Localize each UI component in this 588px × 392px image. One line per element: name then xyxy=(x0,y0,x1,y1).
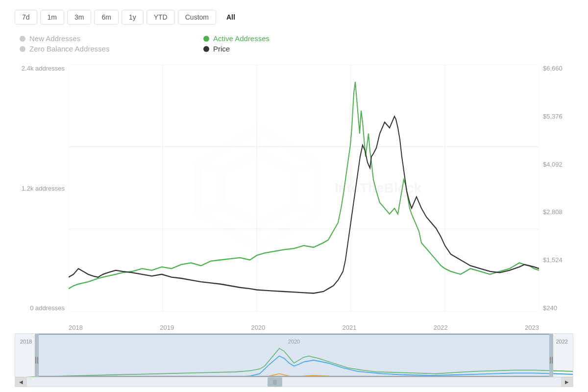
y-right-label-4: $2,808 xyxy=(543,208,573,216)
y-right-label-6: $240 xyxy=(543,304,573,312)
btn-1m[interactable]: 1m xyxy=(40,10,64,24)
btn-ytd[interactable]: YTD xyxy=(147,10,175,24)
handle-bar xyxy=(35,357,36,364)
handle-bar xyxy=(37,357,38,364)
legend-dot-zero-balance xyxy=(20,46,25,52)
y-right-label-2: $5,376 xyxy=(543,113,573,120)
btn-custom[interactable]: Custom xyxy=(178,10,216,24)
legend-label-zero-balance: Zero Balance Addresses xyxy=(29,45,109,53)
y-right-label-3: $4,092 xyxy=(543,161,573,168)
legend-dot-price xyxy=(203,46,209,52)
scrollbar-track[interactable]: ||| xyxy=(27,377,561,387)
scrollbar-left-arrow[interactable]: ◀ xyxy=(15,377,27,387)
x-label-2023: 2023 xyxy=(525,324,539,331)
scrollbar-handle[interactable]: ||| xyxy=(268,377,282,387)
btn-3m[interactable]: 3m xyxy=(67,10,91,24)
main-chart: 2.4k addresses 1.2k addresses 0 addresse… xyxy=(15,65,573,331)
chart-navigator[interactable]: 2018 2020 2022 xyxy=(15,333,573,387)
time-range-selector: 7d 1m 3m 6m 1y YTD Custom All xyxy=(15,10,573,24)
handle-bars-right xyxy=(550,357,553,364)
legend-price: Price xyxy=(203,45,358,53)
chart-svg xyxy=(69,65,539,312)
y-axis-left: 2.4k addresses 1.2k addresses 0 addresse… xyxy=(15,65,69,312)
navigator-selected-range xyxy=(39,334,549,377)
handle-bar xyxy=(552,357,553,364)
chart-legend: New Addresses Active Addresses Zero Bala… xyxy=(15,34,358,53)
x-label-2019: 2019 xyxy=(160,324,174,331)
x-axis: 2018 2019 2020 2021 2022 2023 xyxy=(69,314,539,331)
navigator-scrollbar[interactable]: ◀ ||| ▶ xyxy=(15,377,573,387)
btn-1y[interactable]: 1y xyxy=(122,10,144,24)
legend-dot-new-addresses xyxy=(20,36,25,42)
legend-new-addresses: New Addresses xyxy=(20,34,174,43)
active-addresses-line xyxy=(69,82,539,289)
nav-label-2018: 2018 xyxy=(20,339,32,344)
nav-label-2022: 2022 xyxy=(556,339,568,344)
price-line xyxy=(69,116,539,293)
x-label-2018: 2018 xyxy=(69,324,83,331)
scrollbar-right-arrow[interactable]: ▶ xyxy=(561,377,573,387)
legend-label-new-addresses: New Addresses xyxy=(29,34,80,43)
legend-label-active-addresses: Active Addresses xyxy=(213,34,270,43)
x-label-2021: 2021 xyxy=(343,324,357,331)
legend-dot-active-addresses xyxy=(203,36,209,42)
btn-6m[interactable]: 6m xyxy=(94,10,118,24)
y-right-label-1: $6,660 xyxy=(543,65,573,72)
handle-bars-left xyxy=(35,357,38,364)
handle-bar xyxy=(550,357,551,364)
legend-active-addresses: Active Addresses xyxy=(203,34,358,43)
chart-svg-area: IntoTheBlock xyxy=(69,65,539,312)
legend-label-price: Price xyxy=(213,45,230,53)
y-left-label-mid: 1.2k addresses xyxy=(15,185,65,192)
y-left-label-bot: 0 addresses xyxy=(15,304,65,312)
y-left-label-top: 2.4k addresses xyxy=(15,65,65,72)
btn-all[interactable]: All xyxy=(219,10,243,24)
chart-wrapper: 2.4k addresses 1.2k addresses 0 addresse… xyxy=(15,65,573,387)
x-label-2020: 2020 xyxy=(251,324,265,331)
legend-zero-balance: Zero Balance Addresses xyxy=(20,45,174,53)
y-right-label-5: $1,524 xyxy=(543,256,573,264)
x-label-2022: 2022 xyxy=(434,324,448,331)
btn-7d[interactable]: 7d xyxy=(15,10,37,24)
main-container: 7d 1m 3m 6m 1y YTD Custom All New Addres… xyxy=(0,0,588,392)
y-axis-right: $6,660 $5,376 $4,092 $2,808 $1,524 $240 xyxy=(539,65,573,312)
